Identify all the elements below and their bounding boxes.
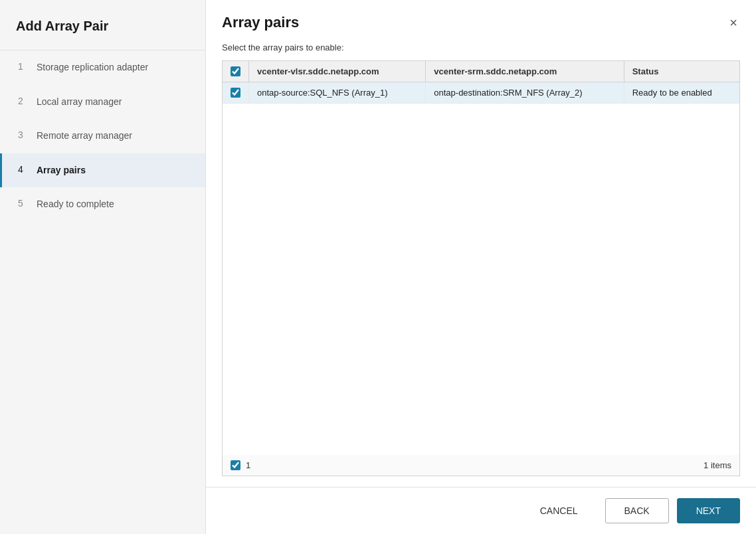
table-header-row: vcenter-vlsr.sddc.netapp.com vcenter-srm… [223,61,740,82]
footer-checkbox-area: 1 [231,460,250,470]
table-row: ontap-source:SQL_NFS (Array_1) ontap-des… [223,82,740,104]
step-item-1[interactable]: 1 Storage replication adapter [0,50,205,85]
footer-selected-count: 1 [246,460,250,470]
step-label-3: Remote array manager [37,130,132,143]
step-number-3: 3 [18,130,29,140]
header-status: Status [624,61,739,82]
next-button[interactable]: NEXT [677,498,740,523]
row-checkbox[interactable] [231,88,240,98]
right-panel-title: Array pairs [222,14,299,31]
footer-items-count: 1 items [704,460,731,470]
header-vcenter-srm: vcenter-srm.sddc.netapp.com [426,61,624,82]
step-number-1: 1 [18,61,29,72]
step-number-5: 5 [18,198,29,209]
row-status: Ready to be enabled [624,82,739,104]
bottom-action-bar: CANCEL BACK NEXT [206,487,756,534]
right-header: Array pairs × [206,0,756,32]
footer-checkbox[interactable] [231,460,240,470]
step-number-4: 4 [18,164,29,175]
row-checkbox-col [223,82,249,104]
back-button[interactable]: BACK [605,498,669,523]
table-footer: 1 1 items [222,455,740,476]
step-item-2[interactable]: 2 Local array manager [0,85,205,120]
wizard-sidebar: Add Array Pair 1 Storage replication ada… [0,0,206,534]
header-checkbox-col [223,61,249,82]
header-checkbox[interactable] [231,66,240,76]
subtitle-text: Select the array pairs to enable: [222,43,740,52]
wizard-title: Add Array Pair [0,0,205,50]
step-label-2: Local array manager [37,96,122,109]
header-vcenter-vlsr: vcenter-vlsr.sddc.netapp.com [249,61,426,82]
row-vcenter-vlsr: ontap-source:SQL_NFS (Array_1) [249,82,426,104]
array-pairs-table: vcenter-vlsr.sddc.netapp.com vcenter-srm… [222,60,740,104]
row-vcenter-srm: ontap-destination:SRM_NFS (Array_2) [426,82,624,104]
step-label-5: Ready to complete [37,198,114,211]
close-button[interactable]: × [727,13,740,32]
table-empty-space [222,104,740,455]
wizard-steps: 1 Storage replication adapter 2 Local ar… [0,50,205,222]
add-array-pair-modal: Add Array Pair 1 Storage replication ada… [0,0,756,534]
step-number-2: 2 [18,96,29,106]
step-label-4: Array pairs [37,164,86,177]
wizard-main-content: Array pairs × Select the array pairs to … [206,0,756,534]
step-label-1: Storage replication adapter [37,61,148,74]
table-area: vcenter-vlsr.sddc.netapp.com vcenter-srm… [222,60,740,476]
right-content-area: Select the array pairs to enable: vcente… [206,32,756,487]
step-item-3[interactable]: 3 Remote array manager [0,119,205,153]
step-item-5[interactable]: 5 Ready to complete [0,187,205,222]
cancel-button[interactable]: CANCEL [521,498,597,523]
step-item-4[interactable]: 4 Array pairs [0,153,205,188]
